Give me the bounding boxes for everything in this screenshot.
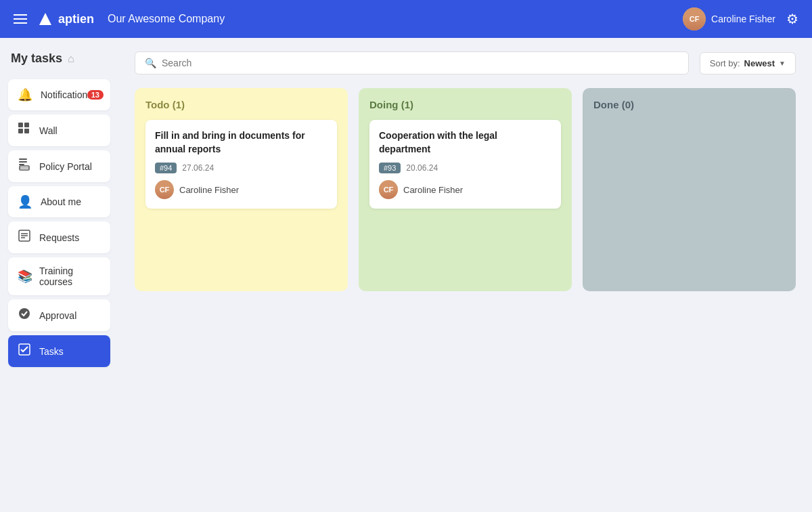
svg-rect-7 xyxy=(19,164,24,165)
avatar: CF xyxy=(683,7,706,30)
sidebar-item-training-courses[interactable]: 📚 Training courses xyxy=(8,257,110,295)
task-title: Fill in and bring in documents for annua… xyxy=(155,129,328,156)
person-icon: 👤 xyxy=(18,194,32,209)
sidebar-item-label: Requests xyxy=(39,232,79,243)
chevron-down-icon: ▼ xyxy=(779,60,786,67)
user-name: Caroline Fisher xyxy=(711,14,775,24)
svg-rect-5 xyxy=(19,158,27,160)
sidebar: My tasks ⌂ 🔔 Notifications 13 Wall xyxy=(0,38,118,512)
sidebar-item-requests[interactable]: Requests xyxy=(8,221,110,253)
page-title: My tasks xyxy=(11,51,62,66)
task-tag: #93 xyxy=(379,163,401,173)
sidebar-item-tasks[interactable]: Tasks xyxy=(8,335,110,367)
task-user: CF Caroline Fisher xyxy=(379,180,551,199)
sidebar-item-label: Notifications xyxy=(41,89,92,100)
task-date: 20.06.24 xyxy=(406,163,438,173)
col-header-todo: Todo (1) xyxy=(145,99,337,110)
sort-label: Sort by: xyxy=(710,58,740,68)
sort-button[interactable]: Sort by: Newest ▼ xyxy=(700,52,796,74)
kanban-col-done: Done (0) xyxy=(583,88,796,291)
sidebar-item-wall[interactable]: Wall xyxy=(8,114,110,146)
page-title-area: My tasks ⌂ xyxy=(8,51,110,77)
main-content: 🔍 Sort by: Newest ▼ Todo (1) Fill in and… xyxy=(118,38,812,512)
sidebar-item-policy-portal[interactable]: Policy Portal xyxy=(8,150,110,182)
settings-button[interactable]: ⚙ xyxy=(786,11,798,27)
search-wrapper: 🔍 xyxy=(135,51,689,74)
logo-text: aptien xyxy=(58,12,94,26)
svg-point-14 xyxy=(19,308,30,319)
task-title: Cooperation with the legal department xyxy=(379,129,551,156)
sidebar-item-label: Wall xyxy=(39,125,58,136)
toolbar: 🔍 Sort by: Newest ▼ xyxy=(135,51,796,74)
assignee-name: Caroline Fisher xyxy=(403,185,463,195)
sidebar-item-about-me[interactable]: 👤 About me xyxy=(8,186,110,217)
sidebar-item-approval[interactable]: Approval xyxy=(8,299,110,331)
home-icon[interactable]: ⌂ xyxy=(68,53,74,65)
logo: aptien xyxy=(38,12,94,26)
kanban-col-doing: Doing (1) Cooperation with the legal dep… xyxy=(359,88,572,291)
task-tag: #94 xyxy=(155,163,177,173)
kanban-col-todo: Todo (1) Fill in and bring in documents … xyxy=(135,88,348,291)
sidebar-item-notifications[interactable]: 🔔 Notifications 13 xyxy=(8,79,110,110)
bell-icon: 🔔 xyxy=(18,87,32,102)
sidebar-item-label: About me xyxy=(41,196,81,207)
task-date: 27.06.24 xyxy=(182,163,214,173)
task-meta: #93 20.06.24 xyxy=(379,163,551,173)
col-header-doing: Doing (1) xyxy=(369,99,561,110)
kanban-board: Todo (1) Fill in and bring in documents … xyxy=(135,88,796,291)
sidebar-item-label: Tasks xyxy=(39,346,64,357)
sidebar-item-label: Policy Portal xyxy=(39,161,92,172)
menu-icon[interactable] xyxy=(14,14,27,24)
avatar: CF xyxy=(155,180,174,199)
svg-rect-3 xyxy=(18,129,23,133)
assignee-name: Caroline Fisher xyxy=(179,185,239,195)
app-header: aptien Our Awesome Company CF Caroline F… xyxy=(0,0,812,38)
svg-rect-2 xyxy=(24,123,29,127)
logo-icon xyxy=(38,12,53,26)
search-input[interactable] xyxy=(162,58,679,68)
notifications-badge: 13 xyxy=(87,90,104,100)
avatar-face: CF xyxy=(683,7,706,30)
task-card[interactable]: Fill in and bring in documents for annua… xyxy=(145,120,337,209)
svg-rect-6 xyxy=(19,161,27,163)
search-icon: 🔍 xyxy=(145,58,156,68)
svg-rect-4 xyxy=(24,129,29,133)
training-icon: 📚 xyxy=(18,269,31,284)
svg-rect-1 xyxy=(18,123,23,127)
sidebar-item-label: Training courses xyxy=(39,265,101,287)
approval-icon xyxy=(18,307,31,323)
policy-icon xyxy=(18,158,31,174)
requests-icon xyxy=(18,230,31,245)
tasks-icon xyxy=(18,343,31,359)
sidebar-item-label: Approval xyxy=(39,310,76,321)
wall-icon xyxy=(18,123,31,138)
task-user: CF Caroline Fisher xyxy=(155,180,328,199)
user-menu[interactable]: CF Caroline Fisher xyxy=(683,7,775,30)
gear-icon: ⚙ xyxy=(786,12,798,26)
main-layout: My tasks ⌂ 🔔 Notifications 13 Wall xyxy=(0,38,812,512)
sort-value: Newest xyxy=(744,58,775,68)
company-name: Our Awesome Company xyxy=(108,13,225,25)
task-meta: #94 27.06.24 xyxy=(155,163,328,173)
avatar: CF xyxy=(379,180,398,199)
task-card[interactable]: Cooperation with the legal department #9… xyxy=(369,120,561,209)
col-header-done: Done (0) xyxy=(593,99,785,110)
svg-marker-0 xyxy=(39,13,51,25)
